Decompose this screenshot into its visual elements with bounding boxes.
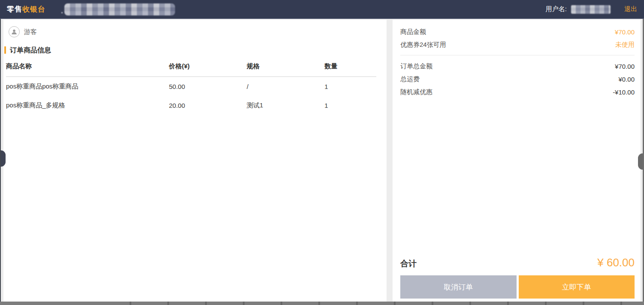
goods-amount-value: ¥70.00 <box>615 28 635 36</box>
item-name: pos称重商品_多规格 <box>6 96 169 115</box>
summary-top-block: 商品金额 ¥70.00 优惠券24张可用 未使用 <box>393 20 641 51</box>
order-items-section-title: 订单商品信息 <box>4 46 387 54</box>
left-drawer-handle-icon[interactable] <box>1 150 6 167</box>
submit-order-button[interactable]: 立即下单 <box>519 275 635 299</box>
shipping-label: 总运费 <box>400 75 420 83</box>
item-spec: 测试1 <box>247 96 324 115</box>
item-qty: 1 <box>324 96 376 115</box>
column-header-price: 价格(¥) <box>169 55 247 77</box>
order-summary-panel: 商品金额 ¥70.00 优惠券24张可用 未使用 订单总金额 ¥70.00 总运… <box>393 20 641 302</box>
shipping-row: 总运费 ¥0.00 <box>400 73 635 85</box>
item-qty: 1 <box>324 77 376 96</box>
order-items-table: 商品名称 价格(¥) 规格 数量 pos称重商品pos称重商品 50.00 / … <box>6 55 376 115</box>
redacted-username <box>571 5 611 14</box>
shipping-value: ¥0.00 <box>618 76 635 83</box>
guest-avatar-icon <box>9 26 20 37</box>
grand-total-value: ¥ 60.00 <box>597 256 635 269</box>
item-price: 20.00 <box>169 96 247 115</box>
checkout-area: 合计 ¥ 60.00 取消订单 立即下单 <box>400 256 635 299</box>
item-price: 50.00 <box>169 77 247 96</box>
coupon-label: 优惠券24张可用 <box>400 41 446 49</box>
order-items-panel: 游客 订单商品信息 商品名称 价格(¥) 规格 数量 pos称重商品pos称重商… <box>3 20 387 302</box>
grand-total-label: 合计 <box>400 258 417 269</box>
right-drawer-handle-icon[interactable] <box>638 153 643 170</box>
username-label: 用户名: <box>546 5 567 13</box>
goods-amount-row: 商品金额 ¥70.00 <box>400 25 635 38</box>
table-header-row: 商品名称 价格(¥) 规格 数量 <box>6 55 376 77</box>
order-total-value: ¥70.00 <box>615 63 635 70</box>
coupon-row[interactable]: 优惠券24张可用 未使用 <box>400 38 635 51</box>
bottom-taskbar-segments <box>94 302 644 305</box>
app-title-suffix: 收银台 <box>22 5 45 13</box>
grand-total-row: 合计 ¥ 60.00 <box>400 256 635 269</box>
order-total-row: 订单总金额 ¥70.00 <box>400 60 635 73</box>
item-spec: / <box>247 77 324 96</box>
customer-name: 游客 <box>24 28 37 36</box>
column-header-spec: 规格 <box>247 55 324 77</box>
column-header-qty: 数量 <box>324 55 376 77</box>
customer-row: 游客 <box>9 26 387 37</box>
item-name: pos称重商品pos称重商品 <box>6 77 169 96</box>
bottom-taskbar-strip <box>0 302 644 305</box>
discount-value: -¥10.00 <box>613 88 635 96</box>
topbar: 零售收银台 用户名: 退出 <box>0 0 644 19</box>
table-row: pos称重商品_多规格 20.00 测试1 1 <box>6 96 376 115</box>
discount-label: 随机减优惠 <box>400 88 432 96</box>
cancel-order-button[interactable]: 取消订单 <box>400 275 517 299</box>
summary-divider <box>400 55 635 55</box>
goods-amount-label: 商品金额 <box>400 28 426 36</box>
app-title-prefix: 零售 <box>7 5 22 13</box>
order-total-label: 订单总金额 <box>400 62 432 70</box>
redacted-store-name <box>64 3 175 15</box>
table-row: pos称重商品pos称重商品 50.00 / 1 <box>6 77 376 96</box>
column-header-name: 商品名称 <box>6 55 169 77</box>
summary-mid-block: 订单总金额 ¥70.00 总运费 ¥0.00 随机减优惠 -¥10.00 <box>393 58 641 98</box>
discount-row: 随机减优惠 -¥10.00 <box>400 85 635 98</box>
coupon-status[interactable]: 未使用 <box>615 41 635 49</box>
logout-button[interactable]: 退出 <box>624 5 637 13</box>
app-title: 零售收银台 <box>7 4 45 14</box>
